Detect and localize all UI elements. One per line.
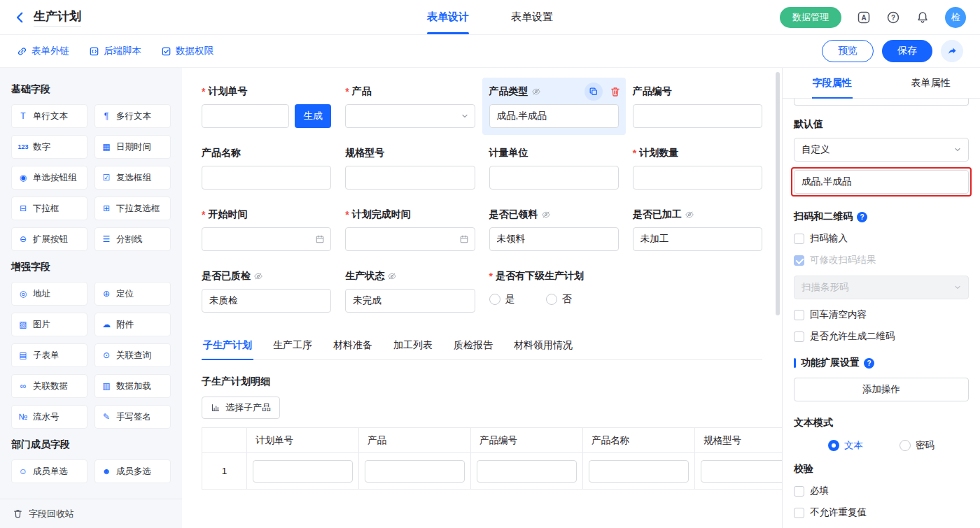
subtab-processing-list[interactable]: 加工列表 <box>392 334 434 359</box>
sidebar-item-subform[interactable]: ▤子表单 <box>11 343 88 367</box>
sidebar-item-signature[interactable]: ✎手写签名 <box>94 405 171 429</box>
sidebar-item-member-single[interactable]: ☺成员单选 <box>11 459 88 483</box>
select-sub-product-button[interactable]: 选择子产品 <box>202 397 280 419</box>
field-spec-model[interactable]: 规格型号 <box>345 146 475 190</box>
tab-field-properties[interactable]: 字段属性 <box>783 68 881 98</box>
notifications-bell-icon[interactable] <box>916 10 930 24</box>
text-mode-password-radio[interactable]: 密码 <box>899 439 934 452</box>
preview-button[interactable]: 预览 <box>822 40 874 62</box>
required-mark: * <box>489 271 493 282</box>
default-value-input[interactable] <box>794 170 969 194</box>
product-code-input[interactable] <box>633 104 762 128</box>
help-question-icon[interactable]: ? <box>864 358 874 369</box>
scan-input-checkbox-row[interactable]: 扫码输入 <box>794 232 969 245</box>
field-inspected[interactable]: 是否已质检 <box>202 269 331 313</box>
field-unit[interactable]: 计量单位 <box>489 146 619 190</box>
subtab-quality-report[interactable]: 质检报告 <box>452 334 494 359</box>
processed-input[interactable] <box>633 227 762 251</box>
language-icon[interactable]: A <box>857 10 871 24</box>
spec-model-input[interactable] <box>345 166 475 190</box>
field-product[interactable]: *产品 <box>345 85 475 128</box>
product-type-input[interactable] <box>489 104 619 128</box>
sidebar-item-divider[interactable]: ☰分割线 <box>94 227 171 251</box>
tab-form-properties[interactable]: 表单属性 <box>881 68 980 98</box>
canvas-scrollbar[interactable] <box>776 72 780 315</box>
field-has-sub-plan[interactable]: *是否有下级生产计划 是 否 <box>489 269 763 313</box>
field-product-code[interactable]: 产品编号 <box>633 85 762 128</box>
subtab-material-prep[interactable]: 材料准备 <box>332 334 374 359</box>
tab-form-design[interactable]: 表单设计 <box>427 0 469 34</box>
allow-qrcode-checkbox-row[interactable]: 是否允许生成二维码 <box>794 330 969 343</box>
finish-time-input[interactable] <box>345 227 475 251</box>
field-prod-status[interactable]: 生产状态 <box>345 269 475 313</box>
tab-form-settings[interactable]: 表单设置 <box>511 0 553 34</box>
field-start-time[interactable]: *开始时间 <box>202 208 331 251</box>
save-button[interactable]: 保存 <box>882 40 932 62</box>
sidebar-item-datetime[interactable]: ▦日期时间 <box>94 135 171 159</box>
product-select[interactable] <box>345 104 475 128</box>
generate-button[interactable]: 生成 <box>295 104 331 128</box>
unit-input[interactable] <box>489 166 619 190</box>
data-permission-link[interactable]: 数据权限 <box>161 45 214 57</box>
text-mode-text-radio[interactable]: 文本 <box>828 439 863 452</box>
prod-status-input[interactable] <box>345 289 475 313</box>
subtab-material-usage[interactable]: 材料领用情况 <box>512 334 574 359</box>
row-product-name-input[interactable] <box>589 460 689 483</box>
help-question-icon[interactable]: ? <box>857 212 867 222</box>
start-time-input[interactable] <box>202 227 331 251</box>
radio-yes[interactable]: 是 <box>489 293 515 306</box>
product-name-input[interactable] <box>202 166 331 190</box>
backend-script-link[interactable]: 后端脚本 <box>89 45 141 57</box>
radio-no[interactable]: 否 <box>546 293 572 306</box>
data-manage-button[interactable]: 数据管理 <box>780 7 841 28</box>
sidebar-item-number[interactable]: 123数字 <box>11 135 88 159</box>
row-spec-model-input[interactable] <box>701 460 782 483</box>
field-finish-time[interactable]: *计划完成时间 <box>345 208 475 251</box>
user-avatar[interactable]: 检 <box>945 7 966 28</box>
sidebar-item-serial-number[interactable]: №流水号 <box>11 405 88 429</box>
field-material-taken[interactable]: 是否已领料 <box>489 208 619 251</box>
form-external-link[interactable]: 表单外链 <box>17 45 69 57</box>
inspected-input[interactable] <box>202 289 331 313</box>
sidebar-item-attachment[interactable]: ☁附件 <box>94 313 171 336</box>
plan-no-input[interactable] <box>202 104 289 128</box>
no-duplicate-checkbox-row[interactable]: 不允许重复值 <box>794 506 969 519</box>
required-checkbox-row[interactable]: 必填 <box>794 485 969 497</box>
field-product-name[interactable]: 产品名称 <box>202 146 331 190</box>
share-button[interactable] <box>941 40 963 62</box>
sidebar-item-lookup-query[interactable]: ⊙关联查询 <box>94 343 171 367</box>
copy-field-button[interactable] <box>584 83 603 101</box>
material-taken-input[interactable] <box>489 227 619 251</box>
add-operation-button[interactable]: 添加操作 <box>794 378 969 401</box>
sidebar-item-linked-data[interactable]: ∞关联数据 <box>11 374 88 398</box>
subtab-sub-production-plan[interactable]: 子生产计划 <box>202 334 253 359</box>
sidebar-item-dropdown-multi[interactable]: ⊞下拉复选框 <box>94 197 171 220</box>
field-product-type-selected[interactable]: 产品类型 <box>482 78 626 135</box>
editable-result-checkbox-row[interactable]: 可修改扫码结果 <box>794 254 969 266</box>
plan-qty-input[interactable] <box>633 166 762 190</box>
field-processed[interactable]: 是否已加工 <box>633 208 762 251</box>
default-value-mode-select[interactable]: 自定义 <box>794 138 969 162</box>
sidebar-item-checkbox-group[interactable]: ☑复选框组 <box>94 166 171 190</box>
help-icon[interactable]: ? <box>886 10 900 24</box>
enter-clear-checkbox-row[interactable]: 回车清空内容 <box>794 308 969 321</box>
sidebar-item-member-multi[interactable]: ☻成员多选 <box>94 459 171 483</box>
subtab-production-process[interactable]: 生产工序 <box>272 334 314 359</box>
field-recycle-bin[interactable]: 字段回收站 <box>0 499 182 528</box>
sidebar-item-image[interactable]: ▧图片 <box>11 313 88 336</box>
delete-field-button[interactable] <box>610 86 621 97</box>
sidebar-item-address[interactable]: ◎地址 <box>11 282 88 306</box>
row-plan-no-input[interactable] <box>253 460 353 483</box>
back-icon[interactable] <box>14 11 27 24</box>
sidebar-item-multi-line-text[interactable]: ¶多行文本 <box>94 104 171 128</box>
sidebar-item-single-line-text[interactable]: T单行文本 <box>11 104 88 128</box>
sidebar-item-location[interactable]: ⊕定位 <box>94 282 171 306</box>
sidebar-item-dropdown[interactable]: ⊟下拉框 <box>11 197 88 220</box>
sidebar-item-data-load[interactable]: ▥数据加载 <box>94 374 171 398</box>
row-product-input[interactable] <box>365 460 465 483</box>
row-product-code-input[interactable] <box>477 460 577 483</box>
field-plan-qty[interactable]: *计划数量 <box>633 146 762 190</box>
sidebar-item-radio-group[interactable]: ◉单选按钮组 <box>11 166 88 190</box>
field-plan-no[interactable]: *计划单号 生成 <box>202 85 331 128</box>
sidebar-item-extend-button[interactable]: ⊖扩展按钮 <box>11 227 88 251</box>
